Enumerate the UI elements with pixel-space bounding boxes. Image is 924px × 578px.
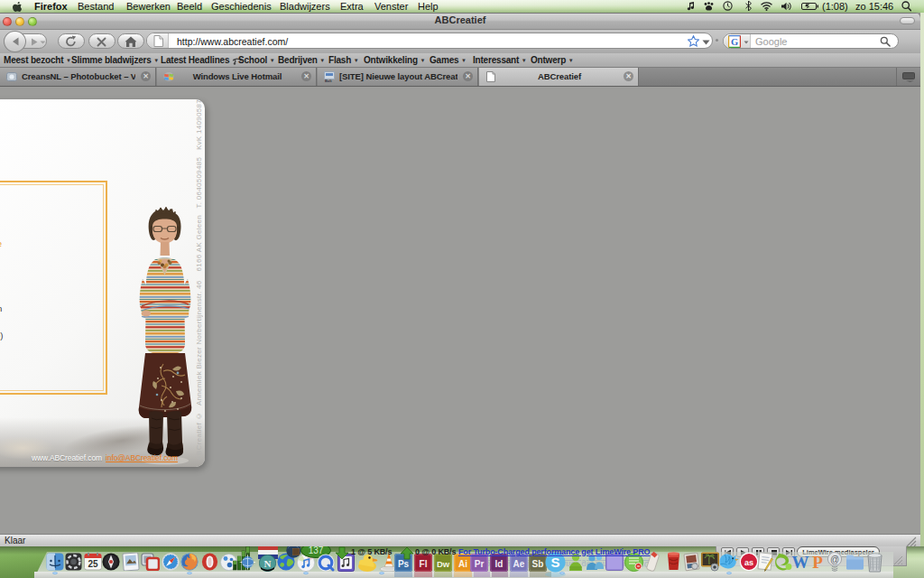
svg-text:Ps: Ps [398, 559, 410, 569]
svg-text:Id: Id [495, 559, 504, 569]
svg-text:Sb: Sb [532, 559, 544, 569]
svg-text:S: S [550, 555, 559, 570]
svg-text:Dw: Dw [437, 559, 450, 569]
svg-text:Pr: Pr [475, 559, 485, 569]
svg-text:N: N [264, 558, 272, 569]
svg-text:W: W [792, 553, 809, 572]
svg-text:G: G [731, 37, 738, 47]
svg-text:Bolt: Bolt [325, 79, 332, 83]
svg-text:Ai: Ai [458, 559, 467, 569]
svg-text:25: 25 [88, 559, 98, 569]
svg-text:Ae: Ae [513, 559, 525, 569]
svg-text:P: P [812, 553, 823, 572]
svg-text:as: as [744, 558, 753, 567]
svg-text:Fl: Fl [420, 559, 428, 569]
svg-text:@: @ [830, 555, 839, 564]
